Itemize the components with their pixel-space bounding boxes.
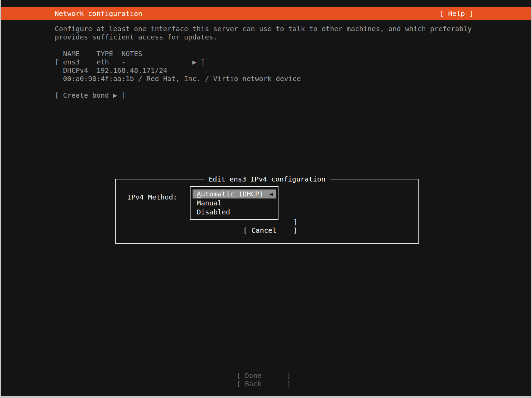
hotkey-letter: A xyxy=(197,190,201,198)
done-button[interactable]: [ Done ] xyxy=(237,371,291,380)
intro-line-2: provides sufficient access for updates. xyxy=(55,33,218,41)
save-button-bracket[interactable]: ] xyxy=(293,218,298,226)
header-bar: Network configuration [ Help ] xyxy=(1,7,531,20)
nic-table-columns: NAME TYPE NOTES xyxy=(55,50,142,58)
nic-row-dhcp-address: DHCPv4 192.168.48.171/24 xyxy=(55,66,167,74)
nic-row-ens3[interactable]: [ ens3 eth - ▶ ] xyxy=(55,58,205,66)
dropdown-option-label: Automatic (DHCP) xyxy=(197,189,264,198)
dropdown-option-manual[interactable]: Manual xyxy=(193,198,276,207)
dialog-title: Edit ens3 IPv4 configuration xyxy=(204,175,330,183)
intro-line-1: Configure at least one interface this se… xyxy=(55,25,472,33)
help-button[interactable]: [ Help ] xyxy=(440,9,473,18)
nic-row-hardware-info: 00:a0:98:4f:aa:1b / Red Hat, Inc. / Virt… xyxy=(55,74,301,83)
dropdown-option-automatic-dhcp[interactable]: Automatic (DHCP) ◀ xyxy=(193,189,276,198)
selected-option-arrow-icon: ◀ xyxy=(269,189,273,198)
edit-ipv4-dialog: Edit ens3 IPv4 configuration IPv4 Method… xyxy=(115,179,419,244)
ipv4-method-label: IPv4 Method: xyxy=(127,193,177,201)
window-frame-left xyxy=(0,0,1,398)
option-text: utomatic (DHCP) xyxy=(201,190,264,198)
page-title: Network configuration xyxy=(55,9,142,18)
cancel-button[interactable]: [ Cancel ] xyxy=(243,226,298,235)
option-text: Manual xyxy=(197,198,222,207)
create-bond-button[interactable]: [ Create bond ▶ ] xyxy=(55,91,126,99)
dropdown-option-disabled[interactable]: Disabled xyxy=(193,207,276,216)
back-button[interactable]: [ Back ] xyxy=(237,380,291,388)
installer-screen: Network configuration [ Help ] Configure… xyxy=(0,0,532,398)
ipv4-method-dropdown: Automatic (DHCP) ◀ Manual Disabled xyxy=(190,186,278,220)
window-frame-bottom xyxy=(0,396,532,398)
option-text: Disabled xyxy=(197,207,230,216)
